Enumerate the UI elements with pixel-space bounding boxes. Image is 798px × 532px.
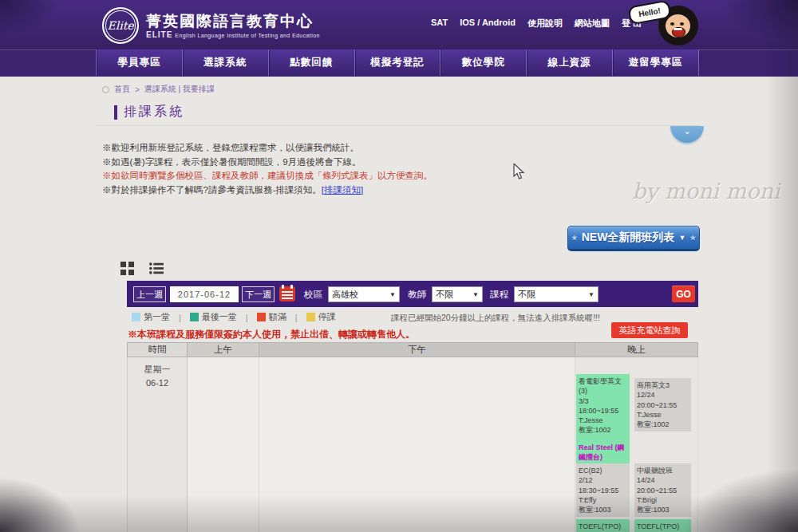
course-title: 商用英文3 <box>637 380 689 390</box>
nav-item-mock-exam[interactable]: 模擬考登記 <box>354 49 440 76</box>
course-teacher: T:Jesse <box>579 416 627 425</box>
course-teacher: T:Brigi <box>637 495 689 505</box>
legend-label: 停課 <box>318 311 336 323</box>
nav-item-points-reward[interactable]: 點數回饋 <box>268 49 354 76</box>
teacher-label: 教師 <box>408 289 426 301</box>
column-separator <box>259 357 259 532</box>
new-class-list-button[interactable]: ★ NEW全新開班列表 ▼ ★ <box>567 226 700 251</box>
breadcrumb-marker-icon <box>102 86 109 93</box>
collapse-toggle[interactable]: ⌄ <box>670 126 704 143</box>
note-line-3: ※如欲同時瀏覽多個校區、課程及教師，建議切換成「條列式課表」以方便查詢。 <box>102 169 433 183</box>
breadcrumb-current[interactable]: 選課系統 | 我要排課 <box>144 84 215 95</box>
title-accent-bar <box>114 105 117 120</box>
first-class-swatch <box>132 313 140 321</box>
course-card[interactable]: 中級聽說班 14/24 20:00~21:55 T:Brigi 教室:1003 <box>634 463 691 517</box>
list-view-icon[interactable] <box>149 262 164 275</box>
dropdown-arrow-icon: ▼ <box>678 234 685 242</box>
brand-en-bold: ELITE <box>146 30 172 39</box>
prev-week-button[interactable]: 上一週 <box>133 286 166 302</box>
legend-divider: | <box>246 313 248 322</box>
brand-logo[interactable]: Elite 菁英國際語言教育中心 ELITEEnglish Language I… <box>102 7 320 44</box>
mouse-cursor <box>513 164 525 180</box>
breadcrumb-home[interactable]: 首頁 <box>114 84 130 95</box>
campus-selected-value: 高雄校 <box>332 289 358 301</box>
nav-item-study-abroad[interactable]: 遊留學專區 <box>612 49 699 76</box>
legend-label: 最後一堂 <box>202 311 237 323</box>
course-room: 教室:1003 <box>637 505 689 514</box>
course-teacher: T:Effy <box>579 495 627 505</box>
mascot-teeth <box>674 28 682 30</box>
section-divider <box>96 125 700 126</box>
course-movie-title: Real Steel (鋼鐵擂台) <box>579 443 627 463</box>
course-count: 2/12 <box>579 475 627 485</box>
course-select[interactable]: 不限 ▼ <box>514 286 598 302</box>
course-card[interactable]: 商用英文3 12/24 20:00~21:55 T:Jesse 教室:1002 <box>634 378 691 432</box>
course-count: 12/24 <box>637 390 689 400</box>
brand-name-en: ELITEEnglish Language Institute of Testi… <box>146 30 320 39</box>
last-class-swatch <box>190 313 199 321</box>
view-toggle-group <box>120 262 164 275</box>
monitor-screen: Elite 菁英國際語言教育中心 ELITEEnglish Language I… <box>0 0 798 532</box>
page-title-text: 排課系統 <box>124 104 184 120</box>
nav-item-student-area[interactable]: 學員專區 <box>96 49 182 76</box>
course-card[interactable]: TOEFL(TPO)(閱讀) 12/12 19:00~20:25 <box>576 519 630 532</box>
breadcrumb: 首頁 > 選課系統 | 我要排課 <box>102 84 215 95</box>
legend-label: 額滿 <box>269 311 286 323</box>
schedule-notice-link[interactable]: [排課須知] <box>322 185 363 195</box>
elite-logo-icon: Elite <box>102 7 139 44</box>
mascot-avatar: Hello! <box>629 1 705 49</box>
note-line-1: ※歡迎利用新班登記系統，登錄您課程需求，以便讓我們統計。 <box>102 141 433 156</box>
course-card[interactable]: EC(B2) 2/12 18:30~19:55 T:Effy 教室:1003 <box>576 463 630 517</box>
column-separator <box>575 357 575 532</box>
english-charge-station-button[interactable]: 英語充電站查詢 <box>611 322 688 338</box>
new-class-list-label: NEW全新開班列表 <box>582 231 675 245</box>
status-legend: 第一堂 | 最後一堂 | 額滿 | 停課 <box>132 311 336 323</box>
course-time: 18:30~19:55 <box>579 486 627 495</box>
dropdown-arrow-icon: ▼ <box>472 291 479 298</box>
date-input[interactable] <box>170 286 239 302</box>
nav-item-digital-academy[interactable]: 數位學院 <box>440 49 526 76</box>
course-time: 20:00~21:55 <box>637 486 689 495</box>
course-label: 課程 <box>490 289 508 301</box>
brand-name-zh: 菁英國際語言教育中心 <box>146 13 320 30</box>
day-label: 星期一 <box>128 363 187 376</box>
menu-item-sitemap[interactable]: 網站地圖 <box>575 18 610 30</box>
next-week-button[interactable]: 下一週 <box>242 286 275 302</box>
course-room: 教室:1002 <box>637 420 689 429</box>
dropdown-arrow-icon: ▼ <box>389 291 396 298</box>
mascot-eye <box>670 22 674 26</box>
star-icon: ★ <box>571 234 578 242</box>
star-icon: ★ <box>689 234 696 242</box>
teacher-select[interactable]: 不限 ▼ <box>432 286 483 302</box>
column-header-evening: 晚上 <box>575 342 698 357</box>
grid-view-icon[interactable] <box>120 262 135 275</box>
course-title: 中級聽說班 <box>637 466 689 475</box>
column-header-afternoon: 下午 <box>259 342 575 357</box>
column-separator <box>697 357 698 532</box>
course-selected-value: 不限 <box>518 289 535 301</box>
course-card[interactable]: TOEFL(TPO)(寫作) 12/12 20:30~21:55 <box>634 519 691 532</box>
chevron-down-icon: ⌄ <box>683 126 690 136</box>
instruction-notes: ※歡迎利用新班登記系統，登錄您課程需求，以便讓我們統計。 ※如遇(暑)字課程，表… <box>102 141 433 197</box>
calendar-icon[interactable] <box>279 285 296 302</box>
nav-item-course-selection[interactable]: 選課系統 <box>182 49 268 76</box>
nav-item-online-resources[interactable]: 線上資源 <box>526 49 612 76</box>
menu-item-ios-android[interactable]: IOS / Android <box>460 18 516 30</box>
course-teacher: T:Jesse <box>637 410 689 420</box>
legend-note: 課程已經開始20分鐘以上的課程，無法進入排課系統喔!!! <box>391 313 600 324</box>
menu-item-sat[interactable]: SAT <box>431 18 448 30</box>
legend-divider: | <box>295 313 298 322</box>
column-header-morning: 上午 <box>187 342 259 357</box>
course-card[interactable]: 看電影學英文(3) 3/3 18:00~19:55 T:Jesse 教室:100… <box>576 374 630 464</box>
campus-label: 校區 <box>304 289 322 301</box>
course-count: 3/3 <box>579 396 627 406</box>
course-room: 教室:1002 <box>579 425 627 435</box>
column-header-time: 時間 <box>127 342 188 357</box>
go-button[interactable]: GO <box>672 286 695 302</box>
campus-select[interactable]: 高雄校 ▼ <box>328 286 400 302</box>
menu-item-help[interactable]: 使用說明 <box>527 18 563 30</box>
note-line-4: ※對於排課操作不了解嗎?請參考資訊服務-排課須知。[排課須知] <box>102 183 433 198</box>
cancelled-class-swatch <box>306 313 315 321</box>
breadcrumb-separator: > <box>135 85 140 94</box>
main-navigation: 學員專區 選課系統 點數回饋 模擬考登記 數位學院 線上資源 遊留學專區 <box>96 49 699 76</box>
